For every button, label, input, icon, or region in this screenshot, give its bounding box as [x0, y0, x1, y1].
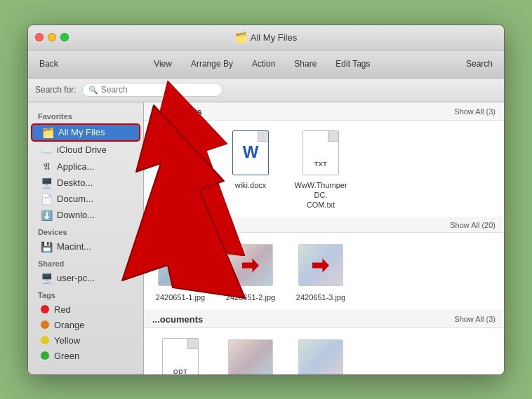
jpg2-name: 2420651-2.jpg — [226, 292, 275, 302]
documents2-section-header: ...ocuments Show All (3) — [144, 310, 504, 328]
all-my-files-icon: 🗂️ — [42, 127, 53, 138]
docx-file-name: wiki.docx — [235, 180, 267, 190]
toolbar: Back View Arrange By Action Share Edit T… — [28, 50, 504, 79]
file-item-odt[interactable]: ODT File — [152, 128, 208, 210]
sidebar-item-tag-yellow[interactable]: Yellow — [31, 333, 140, 348]
macintosh-icon: 💾 — [41, 241, 52, 252]
sidebar: Favorites 🗂️ All My Files ☁️ iCloud Driv… — [28, 102, 144, 374]
icloud-label: iCloud Drive — [57, 144, 107, 155]
docx-file-icon: W — [228, 128, 273, 178]
edit-tags-menu[interactable]: Edit Tags — [331, 58, 374, 70]
images-show-all[interactable]: Show All (20) — [450, 221, 496, 229]
view-menu[interactable]: View — [149, 58, 176, 70]
documents-section-title: Documents — [152, 107, 202, 117]
documents2-section-title: ...ocuments — [152, 314, 203, 325]
sidebar-item-all-my-files[interactable]: 🗂️ All My Files — [31, 123, 140, 142]
sidebar-item-tag-red[interactable]: Red — [31, 302, 140, 317]
sidebar-item-user-pc[interactable]: 🖥️ user-pc... — [31, 271, 140, 286]
file-item-doc4[interactable]: ODT — [152, 335, 208, 374]
file-item-txt[interactable]: TXT WwW.ThumperDC.COM.txt — [293, 128, 349, 210]
tags-label: Tags — [28, 287, 143, 302]
favorites-label: Favorites — [28, 108, 143, 123]
documents-label: Docum... — [57, 194, 93, 204]
search-button[interactable]: Search — [462, 58, 497, 70]
close-button[interactable] — [35, 33, 44, 41]
sidebar-item-downloads[interactable]: ⬇️ Downlo... — [31, 208, 140, 223]
tag-yellow-dot — [41, 336, 49, 344]
sidebar-item-applications[interactable]: 𝔄 Applica... — [31, 158, 140, 175]
file-item-jpg1[interactable]: 2420651-1.jpg — [152, 240, 208, 302]
jpg1-icon — [158, 240, 203, 290]
search-input-wrap[interactable]: 🔍 — [82, 83, 222, 97]
action-menu[interactable]: Action — [248, 58, 279, 70]
documents-file-grid: ODT File W wiki.docx — [144, 121, 504, 217]
jpg3-name: 2420651-3.jpg — [296, 292, 345, 302]
applications-icon: 𝔄 — [41, 161, 52, 173]
thumb1-arrow — [172, 258, 189, 272]
thumb2-arrow — [242, 258, 259, 272]
tag-orange-dot — [41, 320, 49, 329]
sidebar-item-macintosh[interactable]: 💾 Macint... — [31, 239, 140, 255]
txt-type-label: TXT — [314, 161, 328, 168]
documents2-file-grid: ODT — [144, 328, 504, 374]
applications-label: Applica... — [57, 161, 94, 172]
traffic-lights — [35, 33, 69, 41]
images-file-grid: 2420651-1.jpg 2420651-2.jpg — [144, 233, 504, 309]
sidebar-item-desktop[interactable]: 🖥️ Deskto... — [31, 175, 140, 191]
txt-file-name: WwW.ThumperDC.COM.txt — [293, 180, 349, 210]
documents-icon: 📄 — [41, 194, 52, 205]
doc4-type: ODT — [173, 368, 188, 374]
odt-file-icon: ODT — [158, 128, 203, 178]
user-pc-label: user-pc... — [57, 273, 95, 283]
icloud-icon: ☁️ — [41, 144, 52, 156]
documents2-section: ...ocuments Show All (3) ODT — [144, 310, 504, 374]
file-item-doc5[interactable] — [222, 335, 279, 374]
thumb3-arrow — [312, 258, 329, 272]
file-item-doc6[interactable] — [293, 335, 349, 374]
sidebar-item-icloud-drive[interactable]: ☁️ iCloud Drive — [31, 142, 140, 158]
maximize-button[interactable] — [60, 33, 69, 41]
tag-red-dot — [41, 305, 49, 313]
tag-yellow-label: Yellow — [54, 335, 80, 346]
sidebar-item-tag-orange[interactable]: Orange — [31, 318, 140, 332]
arrange-by-menu[interactable]: Arrange By — [187, 58, 237, 70]
odt-file-name: File — [174, 180, 187, 190]
file-item-docx[interactable]: W wiki.docx — [222, 128, 279, 210]
images-section-header: Show All (20) — [144, 217, 504, 233]
odt-type-label: ODT — [173, 161, 188, 168]
doc5-icon — [228, 335, 273, 374]
documents2-show-all[interactable]: Show All (3) — [454, 315, 496, 323]
search-icon: 🔍 — [88, 86, 98, 95]
documents-section-header: Documents Show All (3) — [144, 102, 504, 121]
tag-orange-label: Orange — [54, 320, 84, 330]
search-for-label: Search for: — [35, 85, 77, 95]
back-button[interactable]: Back — [35, 58, 62, 70]
documents-section: Documents Show All (3) ODT File — [144, 102, 504, 217]
jpg3-icon — [298, 240, 343, 290]
shared-label: Shared — [28, 255, 143, 270]
images-section: Show All (20) 2420651-1.jpg — [144, 217, 504, 309]
file-item-jpg2[interactable]: 2420651-2.jpg — [222, 240, 279, 302]
downloads-label: Downlo... — [57, 210, 95, 220]
window-title: 🗂️ All My Files — [235, 32, 297, 43]
txt-file-icon: TXT — [298, 128, 343, 178]
sidebar-item-tag-green[interactable]: Green — [31, 349, 140, 363]
macintosh-label: Macint... — [57, 241, 91, 252]
documents-show-all[interactable]: Show All (3) — [454, 107, 496, 116]
searchbar: Search for: 🔍 — [28, 79, 504, 102]
content-area: Documents Show All (3) ODT File — [144, 102, 504, 374]
minimize-button[interactable] — [48, 33, 56, 41]
tag-red-label: Red — [54, 304, 71, 315]
devices-label: Devices — [28, 224, 143, 238]
jpg2-icon — [228, 240, 273, 290]
search-input[interactable] — [101, 85, 216, 95]
all-my-files-label: All My Files — [58, 127, 105, 137]
share-menu[interactable]: Share — [290, 58, 321, 70]
main-area: Favorites 🗂️ All My Files ☁️ iCloud Driv… — [28, 102, 504, 374]
tag-green-label: Green — [54, 351, 79, 361]
window-icon: 🗂️ — [235, 32, 247, 43]
file-item-jpg3[interactable]: 2420651-3.jpg — [293, 240, 349, 302]
jpg1-name: 2420651-1.jpg — [156, 292, 205, 302]
sidebar-item-documents[interactable]: 📄 Docum... — [31, 191, 140, 207]
doc6-icon — [298, 335, 343, 374]
